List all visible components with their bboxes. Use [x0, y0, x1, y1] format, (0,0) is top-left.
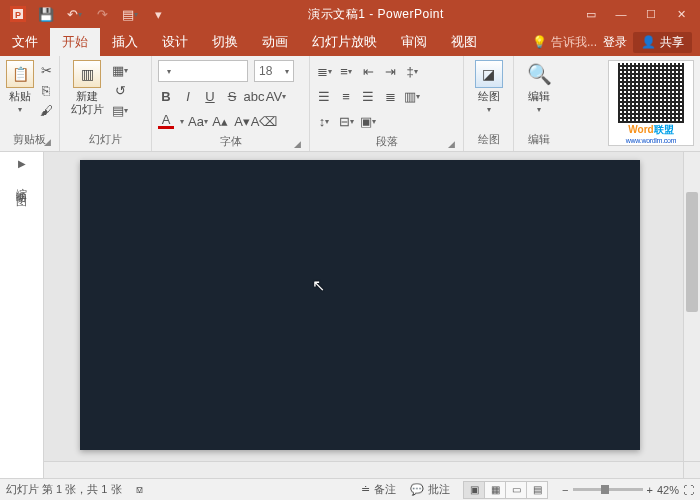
outline-pane[interactable]: ▶ 缩略图 — [0, 152, 44, 478]
sign-in-link[interactable]: 登录 — [603, 34, 627, 51]
qat-customize-icon[interactable]: ▾ — [146, 2, 170, 26]
numbering-icon[interactable]: ≡▾ — [338, 63, 354, 79]
shrink-font-icon[interactable]: A▾ — [234, 113, 250, 129]
format-painter-icon[interactable]: 🖌 — [38, 102, 54, 118]
maximize-icon[interactable]: ☐ — [636, 2, 666, 26]
text-direction-icon[interactable]: ↕▾ — [316, 113, 332, 129]
window-controls: ▭ — ☐ ✕ — [576, 2, 700, 26]
close-icon[interactable]: ✕ — [666, 2, 696, 26]
bold-icon[interactable]: B — [158, 88, 174, 104]
share-button[interactable]: 👤共享 — [633, 32, 692, 53]
workspace: ▶ 缩略图 ↖ — [0, 152, 700, 478]
scrollbar-thumb[interactable] — [686, 192, 698, 312]
zoom-out-icon[interactable]: − — [562, 484, 568, 496]
group-slides: ▥ 新建 幻灯片 ▦▾ ↺ ▤▾ 幻灯片 — [60, 56, 152, 151]
layout-icon[interactable]: ▦▾ — [112, 62, 128, 78]
align-text-icon[interactable]: ⊟▾ — [338, 113, 354, 129]
section-icon[interactable]: ▤▾ — [112, 102, 128, 118]
group-label: 绘图 — [470, 130, 507, 149]
tab-animations[interactable]: 动画 — [250, 28, 300, 56]
title-bar: P 💾 ↶▾ ↷ ▤▾ ▾ 演示文稿1 - PowerPoint ▭ — ☐ ✕ — [0, 0, 700, 28]
copy-icon[interactable]: ⎘ — [38, 82, 54, 98]
smartart-icon[interactable]: ▣▾ — [360, 113, 376, 129]
tab-design[interactable]: 设计 — [150, 28, 200, 56]
new-slide-icon: ▥ — [73, 60, 101, 88]
svg-text:P: P — [15, 10, 21, 20]
char-spacing-icon[interactable]: AV▾ — [268, 88, 284, 104]
align-left-icon[interactable]: ☰ — [316, 88, 332, 104]
justify-icon[interactable]: ≣ — [382, 88, 398, 104]
cut-icon[interactable]: ✂ — [38, 62, 54, 78]
tab-review[interactable]: 审阅 — [389, 28, 439, 56]
clear-format-icon[interactable]: A⌫ — [256, 113, 272, 129]
zoom-slider[interactable] — [573, 488, 643, 491]
slide[interactable]: ↖ — [80, 160, 640, 450]
group-clipboard: 📋 粘贴 ▾ ✂ ⎘ 🖌 剪贴板◢ — [0, 56, 60, 151]
paste-icon: 📋 — [6, 60, 34, 88]
zoom-control: − + 42% ⛶ — [562, 484, 694, 496]
zoom-in-icon[interactable]: + — [647, 484, 653, 496]
font-family-select[interactable]: ▾ — [158, 60, 248, 82]
align-center-icon[interactable]: ≡ — [338, 88, 354, 104]
qr-watermark: Word联盟 www.wordlm.com — [608, 60, 694, 146]
undo-icon[interactable]: ↶▾ — [62, 2, 86, 26]
comments-button[interactable]: 💬 批注 — [410, 482, 450, 497]
columns-icon[interactable]: ▥▾ — [404, 88, 420, 104]
font-size-select[interactable]: 18▾ — [254, 60, 294, 82]
notes-button[interactable]: ≐ 备注 — [361, 482, 396, 497]
slideshow-view-icon[interactable]: ▤ — [526, 481, 548, 499]
start-from-beginning-icon[interactable]: ▤▾ — [118, 2, 142, 26]
ribbon-options-icon[interactable]: ▭ — [576, 2, 606, 26]
strike-icon[interactable]: S — [224, 88, 240, 104]
tab-slideshow[interactable]: 幻灯片放映 — [300, 28, 389, 56]
status-bar: 幻灯片 第 1 张，共 1 张 ⟏ ≐ 备注 💬 批注 ▣ ▦ ▭ ▤ − + … — [0, 478, 700, 500]
new-slide-button[interactable]: ▥ 新建 幻灯片 — [66, 60, 108, 116]
indent-dec-icon[interactable]: ⇤ — [360, 63, 376, 79]
chevron-right-icon[interactable]: ▶ — [18, 158, 26, 169]
dialog-launcher-icon[interactable]: ◢ — [294, 139, 301, 149]
dialog-launcher-icon[interactable]: ◢ — [448, 139, 455, 149]
align-right-icon[interactable]: ☰ — [360, 88, 376, 104]
tab-insert[interactable]: 插入 — [100, 28, 150, 56]
reset-icon[interactable]: ↺ — [112, 82, 128, 98]
window-title: 演示文稿1 - PowerPoint — [176, 6, 576, 23]
tab-home[interactable]: 开始 — [50, 28, 100, 56]
indent-inc-icon[interactable]: ⇥ — [382, 63, 398, 79]
dialog-launcher-icon[interactable]: ◢ — [44, 137, 51, 147]
tab-view[interactable]: 视图 — [439, 28, 489, 56]
group-drawing: ◪ 绘图▾ 绘图 — [464, 56, 514, 151]
fit-to-window-icon[interactable]: ⛶ — [683, 484, 694, 496]
grow-font-icon[interactable]: A▴ — [212, 113, 228, 129]
tab-transitions[interactable]: 切换 — [200, 28, 250, 56]
font-color-icon[interactable]: A — [158, 113, 174, 129]
bullets-icon[interactable]: ≣▾ — [316, 63, 332, 79]
zoom-level[interactable]: 42% — [657, 484, 679, 496]
change-case-icon[interactable]: Aa▾ — [190, 113, 206, 129]
group-label: 编辑 — [520, 130, 558, 149]
spellcheck-icon[interactable]: ⟏ — [136, 483, 143, 496]
editing-button[interactable]: 🔍 编辑▾ — [520, 60, 558, 114]
minimize-icon[interactable]: — — [606, 2, 636, 26]
outline-label: 缩略图 — [14, 179, 29, 191]
drawing-button[interactable]: ◪ 绘图▾ — [470, 60, 507, 114]
italic-icon[interactable]: I — [180, 88, 196, 104]
line-spacing-icon[interactable]: ‡▾ — [404, 63, 420, 79]
tell-me[interactable]: 💡告诉我... — [532, 34, 597, 51]
shapes-icon: ◪ — [475, 60, 503, 88]
save-icon[interactable]: 💾 — [34, 2, 58, 26]
app-icon: P — [6, 2, 30, 26]
tab-file[interactable]: 文件 — [0, 28, 50, 56]
horizontal-scrollbar[interactable] — [44, 461, 683, 478]
sorter-view-icon[interactable]: ▦ — [484, 481, 506, 499]
paste-button[interactable]: 📋 粘贴 ▾ — [6, 60, 34, 114]
slide-canvas-area: ↖ — [44, 152, 700, 478]
cursor-icon: ↖ — [312, 276, 325, 295]
underline-icon[interactable]: U — [202, 88, 218, 104]
shadow-icon[interactable]: abc — [246, 88, 262, 104]
vertical-scrollbar[interactable] — [683, 152, 700, 461]
reading-view-icon[interactable]: ▭ — [505, 481, 527, 499]
group-paragraph: ≣▾ ≡▾ ⇤ ⇥ ‡▾ ☰ ≡ ☰ ≣ ▥▾ ↕▾ ⊟▾ ▣▾ 段落◢ — [310, 56, 464, 151]
share-icon: 👤 — [641, 35, 656, 49]
redo-icon[interactable]: ↷ — [90, 2, 114, 26]
normal-view-icon[interactable]: ▣ — [463, 481, 485, 499]
